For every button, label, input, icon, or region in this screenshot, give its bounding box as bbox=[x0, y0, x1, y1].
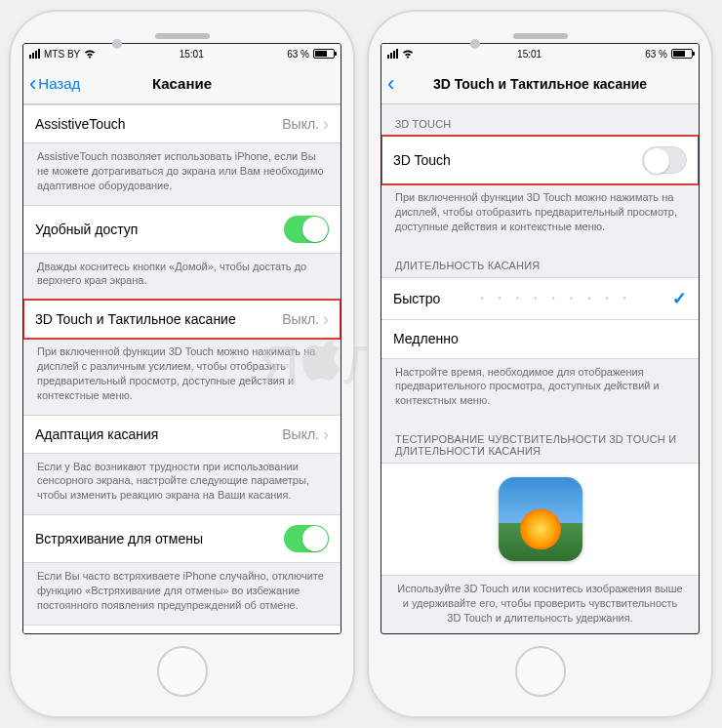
chevron-right-icon: › bbox=[323, 310, 329, 328]
page-title: Касание bbox=[152, 75, 212, 92]
carrier-label: MTS BY bbox=[44, 49, 80, 60]
earpiece-speaker bbox=[155, 33, 210, 39]
toggle-shake-undo[interactable] bbox=[284, 525, 329, 552]
checkmark-icon: ✓ bbox=[672, 288, 687, 309]
row-label: Медленно bbox=[393, 331, 459, 346]
row-touch-accommodations[interactable]: Адаптация касания Выкл. › bbox=[23, 415, 341, 454]
status-bar: MTS BY 15:01 63 % bbox=[23, 44, 341, 63]
row-label: 3D Touch bbox=[393, 152, 451, 168]
slider-dots: • • • • • • • • • bbox=[440, 293, 672, 303]
clock-label: 15:01 bbox=[517, 49, 542, 60]
footer-text: Дважды коснитесь кнопки «Домой», чтобы д… bbox=[23, 254, 341, 301]
test-flower-image[interactable] bbox=[499, 477, 582, 561]
signal-icon bbox=[387, 49, 398, 59]
group-header-test: ТЕСТИРОВАНИЕ ЧУВСТВИТЕЛЬНОСТИ 3D TOUCH И… bbox=[381, 420, 699, 463]
footer-text: При включенной функции 3D Touch можно на… bbox=[23, 339, 341, 414]
back-label: Назад bbox=[38, 75, 80, 92]
wifi-icon bbox=[402, 50, 414, 59]
front-camera bbox=[470, 39, 480, 49]
row-duration-slow[interactable]: Медленно bbox=[381, 320, 699, 359]
back-button[interactable]: ‹ Назад bbox=[29, 73, 80, 95]
row-label: Удобный доступ bbox=[35, 222, 138, 237]
phone-right: 15:01 63 % ‹ 3D Touch и Тактильное касан… bbox=[367, 10, 713, 718]
toggle-3dtouch[interactable] bbox=[642, 146, 687, 174]
battery-icon bbox=[671, 49, 693, 59]
phone-left: MTS BY 15:01 63 % ‹ Назад Касание Assist… bbox=[9, 10, 355, 718]
signal-icon bbox=[29, 49, 40, 59]
footer-text: AssistiveTouch позволяет использовать iP… bbox=[23, 143, 341, 205]
chevron-right-icon: › bbox=[323, 115, 329, 133]
back-button[interactable]: ‹ bbox=[387, 73, 394, 95]
group-header-3dtouch: 3D TOUCH bbox=[381, 104, 699, 136]
row-label: Быстро bbox=[393, 291, 440, 306]
settings-content[interactable]: 3D TOUCH 3D Touch При включенной функции… bbox=[381, 104, 699, 633]
wifi-icon bbox=[84, 50, 96, 59]
row-label: 3D Touch и Тактильное касание bbox=[35, 311, 236, 327]
row-value: Выкл. bbox=[282, 311, 319, 327]
earpiece-speaker bbox=[513, 33, 568, 39]
screen-left: MTS BY 15:01 63 % ‹ Назад Касание Assist… bbox=[22, 43, 341, 634]
nav-bar: ‹ Назад Касание bbox=[23, 63, 341, 104]
row-label: Встряхивание для отмены bbox=[35, 531, 203, 546]
footer-text: Если у Вас возникают трудности при испол… bbox=[23, 454, 341, 515]
toggle-reachability[interactable] bbox=[284, 216, 329, 243]
screen-right: 15:01 63 % ‹ 3D Touch и Тактильное касан… bbox=[381, 43, 700, 634]
footer-text: Используйте 3D Touch или коснитесь изобр… bbox=[381, 576, 699, 633]
row-3dtouch-haptic[interactable]: 3D Touch и Тактильное касание Выкл. › bbox=[23, 300, 341, 339]
group-header-duration: ДЛИТЕЛЬНОСТЬ КАСАНИЯ bbox=[381, 246, 699, 277]
front-camera bbox=[112, 39, 122, 49]
chevron-left-icon: ‹ bbox=[387, 73, 394, 95]
footer-text: Если Вы часто встряхиваете iPhone случай… bbox=[23, 563, 341, 625]
home-button[interactable] bbox=[515, 646, 566, 697]
row-label: AssistiveTouch bbox=[35, 116, 126, 132]
nav-bar: ‹ 3D Touch и Тактильное касание bbox=[381, 63, 699, 104]
settings-content[interactable]: AssistiveTouch Выкл. › AssistiveTouch по… bbox=[23, 104, 341, 633]
battery-pct-label: 63 % bbox=[287, 49, 309, 60]
footer-text: При включенной функции 3D Touch можно на… bbox=[381, 184, 699, 246]
row-label: Адаптация касания bbox=[35, 426, 158, 442]
chevron-left-icon: ‹ bbox=[29, 73, 36, 95]
status-bar: 15:01 63 % bbox=[381, 44, 699, 63]
page-title: 3D Touch и Тактильное касание bbox=[433, 76, 647, 92]
battery-pct-label: 63 % bbox=[645, 49, 667, 60]
clock-label: 15:01 bbox=[180, 49, 204, 60]
row-value: Выкл. bbox=[282, 426, 319, 442]
row-assistivetouch[interactable]: AssistiveTouch Выкл. › bbox=[23, 104, 341, 143]
footer-text: Настройте время, необходимое для отображ… bbox=[381, 359, 699, 421]
row-value: Выкл. bbox=[282, 116, 319, 132]
row-vibration[interactable]: Вибрация bbox=[23, 625, 341, 633]
battery-icon bbox=[313, 49, 335, 59]
row-duration-fast[interactable]: Быстро • • • • • • • • • ✓ bbox=[381, 277, 699, 320]
test-image-cell bbox=[381, 463, 699, 576]
row-shake-to-undo[interactable]: Встряхивание для отмены bbox=[23, 514, 341, 563]
home-button[interactable] bbox=[157, 646, 208, 697]
row-3dtouch-toggle[interactable]: 3D Touch bbox=[381, 136, 699, 184]
chevron-right-icon: › bbox=[323, 425, 329, 443]
row-reachability[interactable]: Удобный доступ bbox=[23, 205, 341, 254]
